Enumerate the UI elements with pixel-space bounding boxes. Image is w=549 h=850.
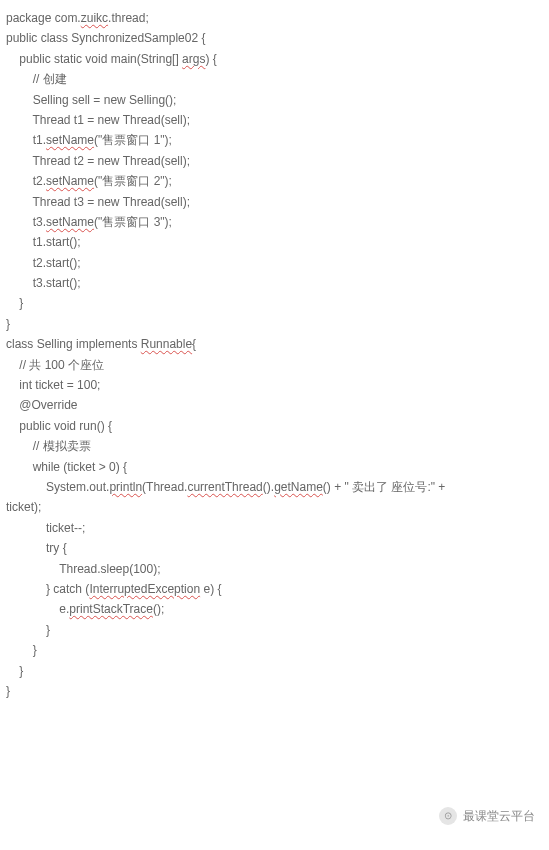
code-line: } — [6, 661, 549, 681]
code-line: // 共 100 个座位 — [6, 355, 549, 375]
code-line: public void run() { — [6, 416, 549, 436]
code-line: Thread t1 = new Thread(sell); — [6, 110, 549, 130]
code-line: class Selling implements Runnable{ — [6, 334, 549, 354]
code-line: Thread t3 = new Thread(sell); — [6, 192, 549, 212]
code-line: e.printStackTrace(); — [6, 599, 549, 619]
watermark-icon: ⊙ — [439, 807, 457, 825]
code-line: try { — [6, 538, 549, 558]
code-line: } catch (InterruptedException e) { — [6, 579, 549, 599]
code-line: ticket--; — [6, 518, 549, 538]
code-line: Thread.sleep(100); — [6, 559, 549, 579]
watermark-text: 最课堂云平台 — [463, 806, 535, 826]
code-line: public static void main(String[] args) { — [6, 49, 549, 69]
code-line: } — [6, 681, 549, 701]
code-line: package com.zuikc.thread; — [6, 8, 549, 28]
code-line: // 创建 — [6, 69, 549, 89]
code-line: Thread t2 = new Thread(sell); — [6, 151, 549, 171]
watermark: ⊙ 最课堂云平台 — [439, 806, 535, 826]
code-line: t2.start(); — [6, 253, 549, 273]
code-line: t1.start(); — [6, 232, 549, 252]
code-line: t1.setName("售票窗口 1"); — [6, 130, 549, 150]
code-line: } — [6, 293, 549, 313]
code-line: } — [6, 620, 549, 640]
code-line: int ticket = 100; — [6, 375, 549, 395]
code-line: t2.setName("售票窗口 2"); — [6, 171, 549, 191]
code-line: t3.start(); — [6, 273, 549, 293]
code-line: ticket); — [6, 497, 549, 517]
code-line: // 模拟卖票 — [6, 436, 549, 456]
code-line: } — [6, 314, 549, 334]
code-line: } — [6, 640, 549, 660]
code-line: while (ticket > 0) { — [6, 457, 549, 477]
code-line: @Override — [6, 395, 549, 415]
code-line: System.out.println(Thread.currentThread(… — [6, 477, 549, 497]
code-line: t3.setName("售票窗口 3"); — [6, 212, 549, 232]
code-line: public class SynchronizedSample02 { — [6, 28, 549, 48]
code-block: package com.zuikc.thread; public class S… — [6, 8, 549, 701]
code-line: Selling sell = new Selling(); — [6, 90, 549, 110]
